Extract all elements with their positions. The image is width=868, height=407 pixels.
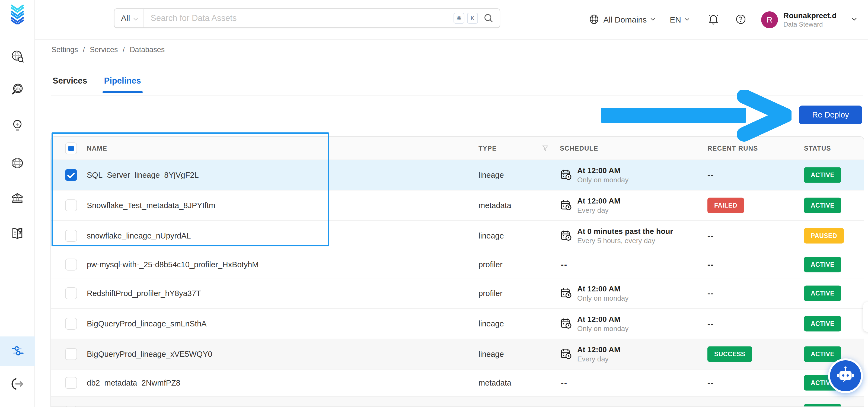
status-badge: ACTIVE: [804, 346, 841, 362]
pipeline-type: lineage: [478, 231, 504, 241]
schedule-frequency: Only on monday: [577, 324, 628, 333]
knowledge-icon: [10, 226, 24, 241]
tabs-divider: [51, 95, 863, 96]
row-checkbox[interactable]: [65, 169, 77, 181]
table-row[interactable]: mastun_lineage_xBY00VKglineageACTIVE: [51, 397, 864, 407]
sidebar-item-explore[interactable]: [10, 50, 24, 63]
select-all-checkbox[interactable]: [65, 143, 77, 154]
schedule-cell: At 12:00 AMOnly on monday: [560, 314, 628, 333]
pipeline-type: metadata: [478, 378, 511, 387]
notifications-button[interactable]: [707, 13, 719, 26]
row-checkbox[interactable]: [65, 377, 77, 389]
pipeline-name[interactable]: RedshiftProd_profiler_hY8ya37T: [87, 289, 201, 298]
table-row[interactable]: RedshiftProd_profiler_hY8ya37TprofilerAt…: [51, 278, 864, 309]
recent-runs-empty: --: [707, 170, 714, 179]
breadcrumb-settings[interactable]: Settings: [52, 45, 78, 54]
app-logo[interactable]: [9, 3, 26, 26]
search-icon[interactable]: [484, 13, 494, 23]
table-row[interactable]: snowflake_lineage_nUpyrdALlineageAt 0 mi…: [51, 221, 864, 251]
status-badge: PAUSED: [804, 228, 844, 244]
sidebar-item-domains[interactable]: [10, 157, 24, 170]
help-button[interactable]: [735, 13, 746, 26]
row-checkbox[interactable]: [65, 258, 77, 271]
schedule-cell: At 0 minutes past the hourEvery 5 hours,…: [560, 226, 673, 245]
breadcrumb-separator: /: [83, 45, 85, 54]
user-menu[interactable]: R Rounakpreet.d Data Steward: [761, 11, 857, 29]
calendar-clock-icon: [560, 199, 572, 212]
tab-services[interactable]: Services: [52, 76, 88, 86]
k-key-hint: K: [467, 13, 478, 24]
global-search: All ⌘ K: [114, 8, 500, 28]
domains-dropdown[interactable]: All Domains: [588, 13, 656, 26]
redeploy-button[interactable]: Re Deploy: [799, 105, 862, 124]
table-header-row: NAME TYPE SCHEDULE RECENT RUNS STATUS: [51, 137, 864, 160]
domains-label: All Domains: [603, 15, 647, 24]
table-row[interactable]: Snowflake_Test_metadata_8JPYIftmmetadata…: [51, 190, 864, 221]
recent-runs-cell: --: [707, 170, 714, 180]
sidebar-item-govern[interactable]: [10, 192, 24, 205]
pipeline-name[interactable]: SQL_Server_lineage_8YjVgF2L: [87, 171, 199, 180]
sidebar-item-insights[interactable]: [10, 119, 24, 133]
schedule-frequency: Every 5 hours, every day: [577, 236, 673, 245]
column-header-recent-runs: RECENT RUNS: [707, 137, 758, 160]
recent-runs-cell: --: [707, 231, 714, 241]
chatbot-button[interactable]: [828, 358, 863, 393]
sidebar-item-observability[interactable]: [10, 83, 24, 97]
breadcrumb-databases[interactable]: Databases: [130, 45, 165, 54]
schedule-cell: At 12:00 AMEvery day: [560, 196, 620, 215]
sidebar-item-settings-active[interactable]: [0, 337, 35, 366]
pipeline-name[interactable]: BigQueryProd_lineage_smLnSthA: [87, 319, 207, 328]
table-row[interactable]: SQL_Server_lineage_8YjVgF2LlineageAt 12:…: [51, 160, 864, 190]
settings-icon: [10, 344, 25, 359]
table-body: SQL_Server_lineage_8YjVgF2LlineageAt 12:…: [51, 160, 864, 407]
table-row[interactable]: BigQueryProd_lineage_smLnSthAlineageAt 1…: [51, 309, 864, 339]
status-badge: ACTIVE: [804, 286, 841, 301]
pipeline-name[interactable]: BigQueryProd_lineage_xVE5WQY0: [87, 350, 212, 359]
language-selector[interactable]: EN: [670, 15, 689, 24]
left-sidebar: [0, 0, 35, 407]
cmd-key-hint: ⌘: [454, 13, 464, 24]
pipeline-type: metadata: [478, 201, 511, 210]
row-checkbox[interactable]: [65, 199, 77, 211]
search-scope-label: All: [121, 13, 130, 23]
tab-pipelines[interactable]: Pipelines: [103, 76, 142, 86]
user-name: Rounakpreet.d: [783, 11, 837, 20]
recent-runs-empty: --: [707, 289, 714, 298]
table-row[interactable]: pw-mysql-with-_25-d8b54c10_profiler_HxBo…: [51, 251, 864, 278]
table-row[interactable]: BigQueryProd_lineage_xVE5WQY0lineageAt 1…: [51, 339, 864, 370]
filter-icon[interactable]: [541, 137, 550, 160]
pipeline-name[interactable]: Snowflake_Test_metadata_8JPYIftm: [87, 201, 215, 210]
pipeline-name[interactable]: pw-mysql-with-_25-d8b54c10_profiler_HxBo…: [87, 260, 258, 269]
search-input[interactable]: [144, 13, 454, 23]
schedule-time: At 12:00 AM: [577, 345, 620, 355]
pipeline-name[interactable]: db2_metadata_2NwmfPZ8: [87, 378, 180, 387]
row-checkbox[interactable]: [65, 230, 77, 242]
calendar-clock-icon: [560, 229, 572, 243]
column-header-name: NAME: [87, 137, 107, 160]
row-checkbox[interactable]: [65, 348, 77, 360]
pipeline-name[interactable]: snowflake_lineage_nUpyrdAL: [87, 231, 191, 241]
breadcrumb-services[interactable]: Services: [90, 45, 118, 54]
status-badge: ACTIVE: [804, 198, 841, 213]
sidebar-item-knowledge[interactable]: [10, 227, 24, 241]
row-checkbox[interactable]: [65, 287, 77, 299]
recent-runs-cell: --: [707, 289, 714, 298]
calendar-clock-icon: [560, 286, 572, 300]
status-badge: ACTIVE: [804, 316, 841, 332]
sidebar-item-logout[interactable]: [10, 378, 24, 391]
calendar-clock-icon: [560, 347, 572, 361]
top-navbar: All ⌘ K All Domains: [35, 0, 868, 40]
table-row[interactable]: db2_metadata_2NwmfPZ8metadata----ACTIVE: [51, 370, 864, 397]
row-checkbox[interactable]: [65, 318, 77, 330]
bell-icon: [707, 13, 719, 26]
schedule-empty: --: [561, 260, 567, 269]
logout-icon: [10, 377, 25, 393]
schedule-cell: At 12:00 AMOnly on monday: [560, 284, 628, 303]
schedule-empty: --: [561, 378, 567, 387]
recent-runs-empty: --: [707, 378, 714, 387]
pipeline-type: profiler: [478, 289, 503, 298]
search-scope-selector[interactable]: All: [115, 9, 144, 27]
recent-runs-cell: --: [707, 378, 714, 387]
row-checkbox[interactable]: [65, 406, 77, 407]
edge-widget-button[interactable]: [863, 302, 868, 332]
